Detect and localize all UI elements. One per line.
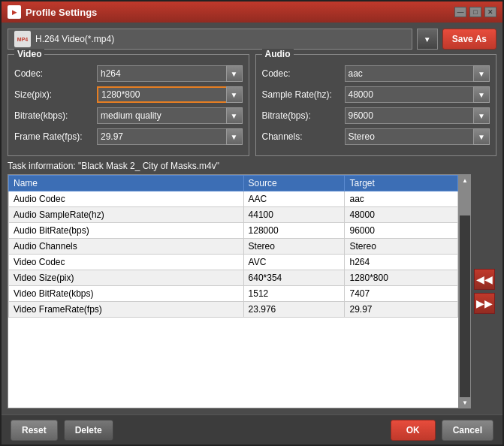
audio-bitrate-row: Bitrate(bps): 96000 ▼ (262, 107, 490, 124)
video-codec-input-wrap: h264 ▼ (97, 65, 243, 82)
audio-samplerate-row: Sample Rate(hz): 48000 ▼ (262, 86, 490, 103)
table-row: Video BitRate(kbps)15127407 (9, 286, 458, 302)
video-size-value[interactable]: 1280*800 (97, 86, 226, 103)
audio-samplerate-dropdown[interactable]: ▼ (473, 86, 490, 103)
table-cell-target: 7407 (345, 286, 458, 302)
table-cell-name: Audio BitRate(bps) (9, 223, 244, 239)
audio-channels-dropdown[interactable]: ▼ (473, 128, 490, 145)
table-wrapper: Name Source Target Audio CodecAACaacAudi… (8, 174, 496, 408)
table-cell-name: Video BitRate(kbps) (9, 286, 244, 302)
panels-row: Video Codec: h264 ▼ Size(pix): 1280*800 (8, 54, 496, 156)
video-panel: Video Codec: h264 ▼ Size(pix): 1280*800 (8, 54, 249, 156)
audio-bitrate-dropdown[interactable]: ▼ (473, 107, 490, 124)
table-cell-source: 44100 (243, 207, 345, 223)
audio-bitrate-input-wrap: 96000 ▼ (345, 107, 490, 124)
video-size-input-wrap: 1280*800 ▼ (97, 86, 243, 103)
table-cell-source: 128000 (243, 223, 345, 239)
audio-codec-dropdown[interactable]: ▼ (473, 65, 490, 82)
audio-bitrate-value: 96000 (345, 107, 474, 124)
audio-samplerate-input-wrap: 48000 ▼ (345, 86, 490, 103)
table-container[interactable]: Name Source Target Audio CodecAACaacAudi… (8, 174, 459, 408)
video-framerate-input-wrap: 29.97 ▼ (97, 128, 243, 145)
video-bitrate-row: Bitrate(kbps): medium quality ▼ (14, 107, 243, 124)
audio-channels-input-wrap: Stereo ▼ (345, 128, 490, 145)
ok-button[interactable]: OK (391, 420, 436, 441)
video-bitrate-value: medium quality (97, 107, 226, 124)
col-target-header: Target (345, 176, 458, 191)
video-bitrate-label: Bitrate(kbps): (14, 110, 97, 121)
table-row: Audio SampleRate(hz)4410048000 (9, 207, 458, 223)
video-size-row: Size(pix): 1280*800 ▼ (14, 86, 243, 103)
col-source-header: Source (243, 176, 345, 191)
table-row: Video FrameRate(fps)23.97629.97 (9, 302, 458, 318)
audio-codec-row: Codec: aac ▼ (262, 65, 490, 82)
bottom-right-controls: OK Cancel (391, 420, 493, 441)
table-cell-target: 29.97 (345, 302, 458, 318)
audio-samplerate-value: 48000 (345, 86, 474, 103)
table-header-row: Name Source Target (9, 176, 458, 191)
audio-bitrate-label: Bitrate(bps): (262, 110, 345, 121)
scroll-thumb[interactable] (460, 185, 470, 215)
audio-panel: Audio Codec: aac ▼ Sample Rate(hz): 4800… (255, 54, 497, 156)
table-cell-name: Audio Channels (9, 239, 244, 255)
table-cell-name: Audio Codec (9, 191, 244, 207)
reset-button[interactable]: Reset (11, 420, 58, 441)
scroll-track[interactable] (460, 185, 470, 397)
video-framerate-label: Frame Rate(fps): (14, 131, 97, 142)
forward-button[interactable]: ▶▶ (474, 293, 495, 314)
table-row: Audio BitRate(bps)12800096000 (9, 223, 458, 239)
restore-button[interactable]: □ (469, 7, 481, 17)
format-icon: MP4 (14, 31, 31, 47)
bottom-bar: Reset Delete OK Cancel (2, 414, 502, 444)
video-codec-dropdown[interactable]: ▼ (226, 65, 243, 82)
table-cell-source: 1512 (243, 286, 345, 302)
scroll-down-button[interactable]: ▼ (460, 397, 470, 408)
main-content: MP4 H.264 Video(*.mp4) ▼ Save As Video C… (2, 23, 502, 414)
minimize-button[interactable]: — (454, 7, 466, 17)
col-name-header: Name (9, 176, 244, 191)
scrollbar[interactable]: ▲ ▼ (459, 174, 471, 408)
audio-samplerate-label: Sample Rate(hz): (262, 89, 345, 100)
table-cell-target: Stereo (345, 239, 458, 255)
save-as-button[interactable]: Save As (442, 29, 496, 50)
video-framerate-dropdown[interactable]: ▼ (226, 128, 243, 145)
format-row: MP4 H.264 Video(*.mp4) ▼ Save As (8, 29, 496, 50)
video-panel-legend: Video (14, 49, 44, 59)
delete-button[interactable]: Delete (64, 420, 113, 441)
table-section: Task information: "Black Mask 2_ City of… (8, 161, 496, 408)
task-info-table: Name Source Target Audio CodecAACaacAudi… (8, 175, 458, 318)
title-bar: ▶ Profile Settings — □ ✕ (2, 2, 502, 23)
video-size-dropdown[interactable]: ▼ (226, 86, 243, 103)
cancel-button[interactable]: Cancel (442, 420, 493, 441)
video-framerate-value: 29.97 (97, 128, 226, 145)
audio-codec-value: aac (345, 65, 474, 82)
side-controls: ◀◀ ▶▶ (474, 174, 496, 408)
chevron-down-icon: ▼ (424, 35, 431, 44)
table-row: Video CodecAVCh264 (9, 255, 458, 270)
scroll-up-button[interactable]: ▲ (460, 175, 470, 185)
video-codec-label: Codec: (14, 68, 97, 79)
table-cell-name: Video FrameRate(fps) (9, 302, 244, 318)
app-icon: ▶ (8, 5, 21, 19)
format-selector[interactable]: MP4 H.264 Video(*.mp4) (8, 29, 412, 50)
table-cell-name: Video Codec (9, 255, 244, 270)
video-codec-value: h264 (97, 65, 226, 82)
table-cell-source: Stereo (243, 239, 345, 255)
table-cell-source: AAC (243, 191, 345, 207)
rewind-button[interactable]: ◀◀ (474, 269, 495, 290)
window-controls: — □ ✕ (454, 7, 496, 17)
window-title: Profile Settings (26, 7, 454, 18)
table-cell-target: aac (345, 191, 458, 207)
table-cell-name: Video Size(pix) (9, 270, 244, 286)
main-window: ▶ Profile Settings — □ ✕ MP4 H.264 Video… (0, 0, 504, 446)
table-cell-name: Audio SampleRate(hz) (9, 207, 244, 223)
table-row: Audio ChannelsStereoStereo (9, 239, 458, 255)
table-cell-target: 48000 (345, 207, 458, 223)
close-button[interactable]: ✕ (484, 7, 496, 17)
table-cell-source: 23.976 (243, 302, 345, 318)
format-dropdown-button[interactable]: ▼ (417, 29, 438, 50)
table-row: Video Size(pix)640*3541280*800 (9, 270, 458, 286)
table-row: Audio CodecAACaac (9, 191, 458, 207)
audio-channels-value: Stereo (345, 128, 474, 145)
video-bitrate-dropdown[interactable]: ▼ (226, 107, 243, 124)
